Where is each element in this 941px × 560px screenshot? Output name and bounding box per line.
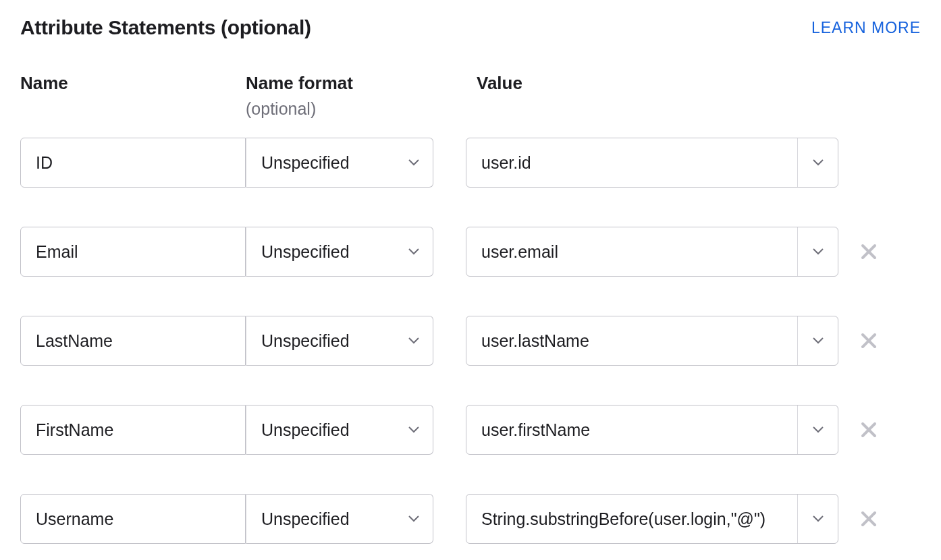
chevron-down-icon <box>813 159 824 166</box>
name-format-select[interactable]: Unspecified <box>246 405 433 455</box>
attribute-name-input[interactable] <box>20 138 246 188</box>
name-format-select[interactable]: Unspecified <box>246 316 433 366</box>
attribute-name-input[interactable] <box>20 316 246 366</box>
chevron-down-icon <box>813 515 824 522</box>
attribute-row: UnspecifiedString.substringBefore(user.l… <box>20 494 921 544</box>
value-select[interactable]: user.email <box>466 227 838 277</box>
chevron-down-icon <box>408 426 419 433</box>
remove-row-button[interactable] <box>859 243 879 260</box>
close-icon <box>860 243 878 260</box>
chevron-down-icon <box>813 248 824 255</box>
attribute-rows: Unspecifieduser.idUnspecifieduser.emailU… <box>20 138 921 544</box>
chevron-down-icon <box>813 337 824 344</box>
column-headers: Name Name format (optional) Value <box>20 73 921 119</box>
name-format-value: Unspecified <box>261 420 350 440</box>
attribute-name-input[interactable] <box>20 405 246 455</box>
name-format-select[interactable]: Unspecified <box>246 227 433 277</box>
name-format-value: Unspecified <box>261 331 350 351</box>
column-header-name: Name <box>20 73 246 94</box>
value-select[interactable]: user.lastName <box>466 316 838 366</box>
column-header-name-format-sub: (optional) <box>246 99 444 119</box>
attribute-row: Unspecifieduser.email <box>20 227 921 277</box>
name-format-select[interactable]: Unspecified <box>246 494 433 544</box>
name-format-value: Unspecified <box>261 153 350 173</box>
remove-row-button[interactable] <box>859 510 879 528</box>
close-icon <box>860 421 878 439</box>
attribute-name-input[interactable] <box>20 227 246 277</box>
chevron-down-icon <box>408 515 419 522</box>
value-text: String.substringBefore(user.login,"@") <box>466 495 797 543</box>
column-header-name-format: Name format (optional) <box>246 73 444 119</box>
section-title: Attribute Statements (optional) <box>20 16 311 39</box>
attribute-name-input[interactable] <box>20 494 246 544</box>
value-text: user.lastName <box>466 316 797 365</box>
remove-row-button[interactable] <box>859 332 879 349</box>
value-select[interactable]: user.id <box>466 138 838 188</box>
column-header-name-format-label: Name format <box>246 73 444 94</box>
value-text: user.id <box>466 138 797 187</box>
value-text: user.firstName <box>466 405 797 454</box>
column-header-value: Value <box>477 73 849 94</box>
chevron-down-icon <box>408 159 419 166</box>
name-format-value: Unspecified <box>261 509 350 529</box>
learn-more-link[interactable]: LEARN MORE <box>811 19 921 37</box>
close-icon <box>860 510 878 528</box>
value-select[interactable]: user.firstName <box>466 405 838 455</box>
chevron-down-icon <box>408 337 419 344</box>
attribute-row: Unspecifieduser.id <box>20 138 921 188</box>
name-format-select[interactable]: Unspecified <box>246 138 433 188</box>
value-text: user.email <box>466 227 797 276</box>
remove-row-button[interactable] <box>859 421 879 439</box>
value-select[interactable]: String.substringBefore(user.login,"@") <box>466 494 838 544</box>
close-icon <box>860 332 878 349</box>
section-header: Attribute Statements (optional) LEARN MO… <box>20 16 921 39</box>
attribute-row: Unspecifieduser.firstName <box>20 405 921 455</box>
chevron-down-icon <box>813 426 824 433</box>
name-format-value: Unspecified <box>261 242 350 262</box>
chevron-down-icon <box>408 248 419 255</box>
attribute-row: Unspecifieduser.lastName <box>20 316 921 366</box>
